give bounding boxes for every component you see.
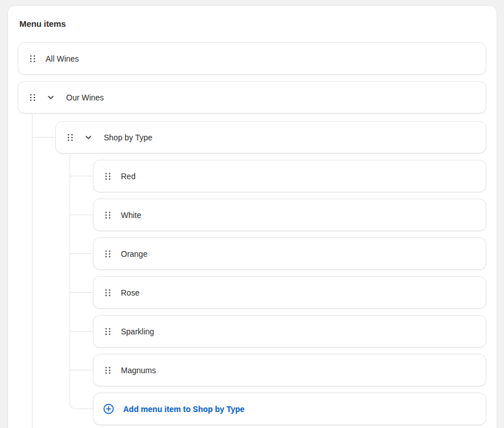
menu-item-label: Our Wines [66, 93, 104, 102]
tree-connector-branch [32, 137, 55, 138]
tree-connector-branch [70, 292, 93, 293]
drag-handle-icon[interactable] [105, 289, 111, 297]
menu-item-row-white[interactable]: White [93, 199, 486, 231]
menu-item-label: Sparkling [121, 327, 154, 336]
drag-handle-icon[interactable] [105, 328, 111, 336]
tree-connector-branch [70, 215, 93, 215]
tree-connector-elbow [70, 398, 93, 409]
menu-item-row-rose[interactable]: Rose [93, 276, 486, 309]
tree-connector-branch [70, 176, 93, 176]
menu-item-row-sparkling[interactable]: Sparkling [93, 315, 486, 348]
menu-item-label: Red [121, 172, 136, 181]
menu-item-label: Rose [121, 288, 140, 297]
drag-handle-icon[interactable] [30, 94, 36, 102]
menu-item-row-our-wines[interactable]: Our Wines [18, 81, 486, 114]
add-menu-item-button[interactable]: Add menu item to Shop by Type [93, 393, 486, 425]
tree-connector-branch [70, 331, 93, 332]
menu-item-row-magnums[interactable]: Magnums [93, 354, 486, 386]
menu-item-label: Shop by Type [104, 133, 152, 142]
chevron-down-icon[interactable] [47, 94, 55, 102]
chevron-down-icon[interactable] [84, 134, 92, 142]
menu-item-row-red[interactable]: Red [93, 160, 486, 192]
menu-item-row-orange[interactable]: Orange [93, 237, 486, 270]
drag-handle-icon[interactable] [30, 55, 36, 63]
drag-handle-icon[interactable] [67, 134, 74, 142]
tree-connector-branch [70, 253, 93, 254]
drag-handle-icon[interactable] [105, 172, 111, 180]
tree-connector-vertical [70, 154, 70, 398]
menu-item-label: All Wines [46, 54, 79, 63]
menu-item-row-shop-by-type[interactable]: Shop by Type [55, 121, 486, 154]
card-title: Menu items [19, 19, 66, 29]
menu-item-label: White [121, 211, 141, 220]
tree-connector-vertical [32, 114, 32, 428]
menu-item-row-all-wines[interactable]: All Wines [18, 42, 486, 75]
drag-handle-icon[interactable] [105, 211, 111, 219]
tree-connector-branch [70, 370, 93, 370]
add-menu-item-label: Add menu item to Shop by Type [123, 405, 245, 414]
add-circle-icon [103, 403, 114, 414]
drag-handle-icon[interactable] [105, 366, 111, 374]
drag-handle-icon[interactable] [105, 250, 111, 258]
menu-items-card: Menu items All Wines O [8, 6, 497, 428]
menu-item-label: Magnums [121, 366, 156, 375]
menu-item-label: Orange [121, 249, 148, 259]
